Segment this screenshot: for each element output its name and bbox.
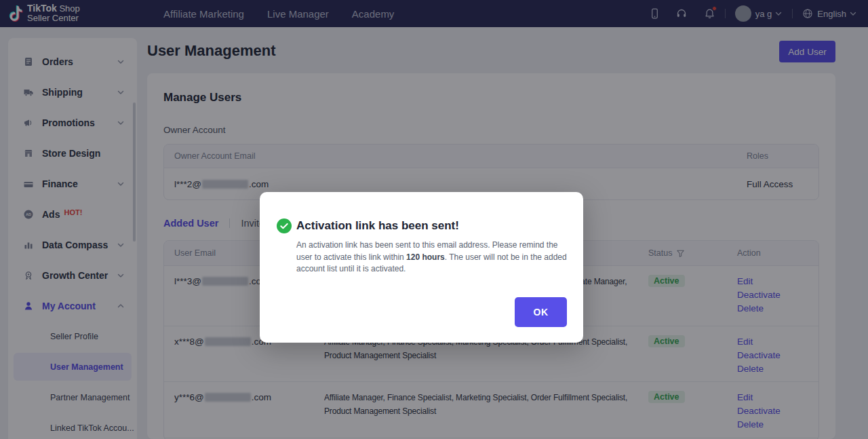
ok-button[interactable]: OK xyxy=(515,297,567,327)
hours-emphasis: 120 hours xyxy=(406,252,445,262)
modal-body-text: An activation link has been sent to this… xyxy=(296,240,567,275)
modal-title: Activation link has been sent! xyxy=(296,219,459,233)
success-check-icon xyxy=(277,218,292,233)
activation-sent-modal: Activation link has been sent! An activa… xyxy=(260,192,583,343)
